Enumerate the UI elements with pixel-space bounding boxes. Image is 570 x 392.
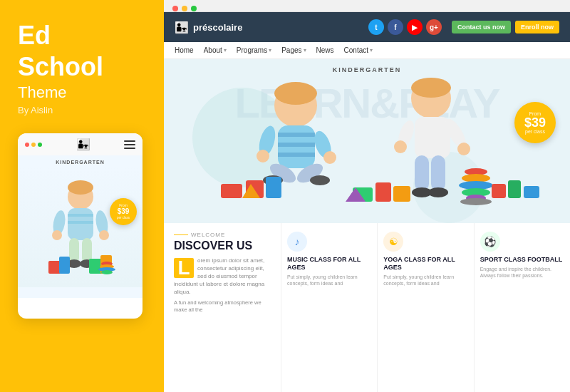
svg-point-8 xyxy=(99,230,109,240)
menu-contact[interactable]: Contact▾ xyxy=(344,46,373,54)
discover-column: WELCOME DISCOVER US L orem ipsum dolor s… xyxy=(164,223,281,392)
svg-point-29 xyxy=(256,150,269,163)
svg-point-7 xyxy=(52,230,62,240)
music-class-item: ♪ MUSIC CLASS FOR ALL AGES Put simply, y… xyxy=(281,223,378,392)
svg-rect-59 xyxy=(375,182,391,202)
menu-pages[interactable]: Pages▾ xyxy=(281,46,306,54)
social-facebook[interactable]: f xyxy=(388,19,403,35)
hero-section: KINDERGARTEN LEARN&PLAY xyxy=(164,59,570,223)
mobile-hero-image xyxy=(18,166,142,287)
yoga-class-icon: ☯ xyxy=(383,232,403,252)
browser-dot-green xyxy=(191,6,197,11)
svg-rect-26 xyxy=(278,143,315,147)
yoga-class-item: ☯ YOGA CLASS FOR ALL AGES Put simply, yo… xyxy=(378,223,474,392)
product-title-line2: School xyxy=(18,53,146,81)
svg-point-21 xyxy=(101,270,113,274)
svg-rect-4 xyxy=(68,221,93,224)
menu-home[interactable]: Home xyxy=(175,46,194,54)
svg-rect-63 xyxy=(508,180,521,198)
menu-programs[interactable]: Programs▾ xyxy=(237,46,271,54)
svg-rect-14 xyxy=(59,257,70,274)
svg-point-50 xyxy=(428,187,448,197)
svg-point-41 xyxy=(411,78,451,98)
mobile-kg-label: KINDERGARTEN xyxy=(18,155,142,166)
logo-text: préscolaire xyxy=(193,22,242,33)
music-class-icon: ♪ xyxy=(287,232,307,252)
discover-sub: A fun and welcoming atmosphere we make a… xyxy=(174,299,271,314)
svg-rect-9 xyxy=(69,238,79,263)
mobile-dot-red xyxy=(25,143,29,147)
svg-rect-39 xyxy=(221,184,242,198)
hero-price-per: per class xyxy=(525,129,545,134)
mobile-price-badge: From $39 per class xyxy=(110,198,137,225)
menu-bar: Home About▾ Programs▾ Pages▾ News Contac… xyxy=(164,42,570,59)
svg-rect-3 xyxy=(68,214,93,217)
browser-dot-red xyxy=(172,6,178,11)
mobile-dot-yellow xyxy=(31,143,36,147)
social-twitter[interactable]: t xyxy=(368,19,384,35)
hero-toddlers-svg xyxy=(175,66,559,223)
welcome-label: WELCOME xyxy=(174,232,271,238)
discover-title: DISCOVER US xyxy=(174,239,271,252)
site-logo: 👨‍👧 préscolaire xyxy=(175,21,242,34)
mobile-price-per: per class xyxy=(117,216,130,220)
social-youtube[interactable]: ▶ xyxy=(407,19,423,35)
menu-news[interactable]: News xyxy=(316,46,334,54)
mobile-dots xyxy=(25,143,42,147)
sport-class-title: SPORT CLASS FOOTBALL xyxy=(480,256,564,264)
svg-point-44 xyxy=(457,143,470,155)
svg-rect-62 xyxy=(492,184,506,198)
left-panel: Ed School Theme By Aislin 👨‍👧 KINDERGART… xyxy=(0,0,164,392)
mobile-logo-icon: 👨‍👧 xyxy=(76,138,90,151)
discover-initial: L xyxy=(174,258,194,278)
svg-rect-64 xyxy=(524,186,539,198)
yoga-class-desc: Put simply, young children learn concept… xyxy=(383,274,467,287)
hero-price-amount: $39 xyxy=(524,116,546,129)
menu-about[interactable]: About▾ xyxy=(204,46,227,54)
svg-rect-37 xyxy=(266,177,281,198)
nav-social: t f ▶ g+ xyxy=(368,19,442,35)
contact-button[interactable]: Contact us now xyxy=(452,21,511,33)
mobile-top-bar: 👨‍👧 xyxy=(18,133,142,155)
sport-class-icon: ⚽ xyxy=(480,232,500,252)
bottom-section: WELCOME DISCOVER US L orem ipsum dolor s… xyxy=(164,223,570,392)
sport-class-item: ⚽ SPORT CLASS FOOTBALL Engage and inspir… xyxy=(475,223,570,392)
mobile-hamburger-menu[interactable] xyxy=(124,140,135,149)
hero-image-area xyxy=(164,59,570,223)
browser-chrome xyxy=(164,0,570,12)
svg-rect-27 xyxy=(278,153,315,157)
music-class-desc: Put simply, young children learn concept… xyxy=(287,274,371,287)
svg-point-46 xyxy=(394,140,407,153)
hero-price-badge: From $39 per class xyxy=(514,102,556,143)
right-panel: 👨‍👧 préscolaire t f ▶ g+ Contact us now … xyxy=(164,0,570,392)
mobile-price-amount: $39 xyxy=(118,207,130,216)
sport-class-desc: Engage and inspire the children. Always … xyxy=(480,266,564,279)
svg-rect-47 xyxy=(415,155,429,191)
svg-rect-42 xyxy=(415,117,450,158)
music-class-title: MUSIC CLASS FOR ALL AGES xyxy=(287,256,371,272)
mobile-baby-svg xyxy=(38,177,123,287)
product-subtitle: Theme xyxy=(18,83,146,102)
svg-point-57 xyxy=(460,198,492,205)
svg-point-23 xyxy=(274,82,317,105)
svg-rect-61 xyxy=(393,186,410,202)
site-nav: 👨‍👧 préscolaire t f ▶ g+ Contact us now … xyxy=(164,12,570,42)
svg-rect-2 xyxy=(68,208,93,240)
svg-point-1 xyxy=(68,180,93,195)
svg-point-31 xyxy=(323,151,336,164)
enroll-button[interactable]: Enroll now xyxy=(515,21,559,33)
nav-buttons: Contact us now Enroll now xyxy=(452,21,559,33)
logo-icon: 👨‍👧 xyxy=(175,21,189,34)
svg-rect-25 xyxy=(278,133,315,137)
svg-point-35 xyxy=(310,175,330,185)
browser-dot-yellow xyxy=(182,6,187,11)
mobile-mockup: 👨‍👧 KINDERGARTEN xyxy=(18,133,142,319)
classes-column: ♪ MUSIC CLASS FOR ALL AGES Put simply, y… xyxy=(281,223,570,392)
discover-body: L orem ipsum dolor sit amet, consectetur… xyxy=(174,257,271,296)
mobile-dot-green xyxy=(38,143,42,147)
social-googleplus[interactable]: g+ xyxy=(426,19,442,35)
svg-rect-48 xyxy=(431,155,445,191)
mobile-hero: KINDERGARTEN xyxy=(18,155,142,298)
yoga-class-title: YOGA CLASS FOR ALL AGES xyxy=(383,256,467,272)
product-title-line1: Ed xyxy=(18,21,146,50)
